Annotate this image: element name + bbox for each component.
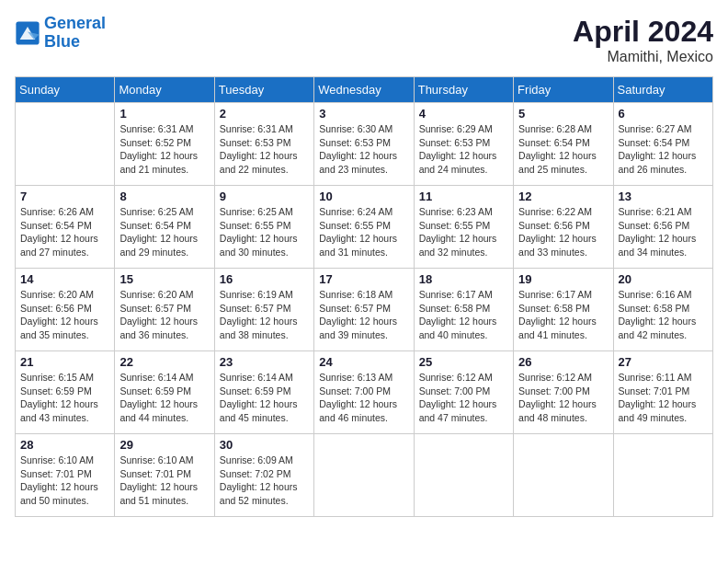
day-number: 3 [319, 107, 408, 121]
week-row-2: 7Sunrise: 6:26 AM Sunset: 6:54 PM Daylig… [16, 186, 713, 269]
calendar-cell: 3Sunrise: 6:30 AM Sunset: 6:53 PM Daylig… [314, 103, 414, 186]
week-row-3: 14Sunrise: 6:20 AM Sunset: 6:56 PM Dayli… [16, 269, 713, 351]
day-info: Sunrise: 6:20 AM Sunset: 6:56 PM Dayligh… [20, 288, 109, 342]
calendar-cell: 22Sunrise: 6:14 AM Sunset: 6:59 PM Dayli… [115, 351, 214, 434]
calendar-cell: 7Sunrise: 6:26 AM Sunset: 6:54 PM Daylig… [16, 186, 115, 269]
calendar-cell: 10Sunrise: 6:24 AM Sunset: 6:55 PM Dayli… [314, 186, 414, 269]
day-info: Sunrise: 6:17 AM Sunset: 6:58 PM Dayligh… [518, 288, 608, 342]
logo-text: General Blue [44, 15, 106, 52]
day-info: Sunrise: 6:14 AM Sunset: 6:59 PM Dayligh… [119, 371, 209, 425]
calendar-cell: 26Sunrise: 6:12 AM Sunset: 7:00 PM Dayli… [514, 351, 613, 434]
calendar-cell: 28Sunrise: 6:10 AM Sunset: 7:01 PM Dayli… [16, 434, 115, 517]
calendar-cell: 14Sunrise: 6:20 AM Sunset: 6:56 PM Dayli… [16, 269, 115, 351]
calendar-cell: 23Sunrise: 6:14 AM Sunset: 6:59 PM Dayli… [214, 351, 313, 434]
day-number: 11 [419, 190, 508, 203]
week-row-1: 1Sunrise: 6:31 AM Sunset: 6:52 PM Daylig… [16, 103, 713, 186]
calendar-cell: 1Sunrise: 6:31 AM Sunset: 6:52 PM Daylig… [115, 103, 214, 186]
day-info: Sunrise: 6:29 AM Sunset: 6:53 PM Dayligh… [419, 122, 508, 177]
day-number: 25 [419, 355, 508, 369]
calendar-cell: 17Sunrise: 6:18 AM Sunset: 6:57 PM Dayli… [314, 269, 414, 351]
logo: General Blue [15, 15, 106, 52]
calendar-cell: 15Sunrise: 6:20 AM Sunset: 6:57 PM Dayli… [115, 269, 214, 351]
day-info: Sunrise: 6:25 AM Sunset: 6:55 PM Dayligh… [220, 205, 309, 259]
day-info: Sunrise: 6:22 AM Sunset: 6:56 PM Dayligh… [518, 205, 608, 259]
location: Mamithi, Mexico [573, 49, 713, 65]
calendar-cell: 29Sunrise: 6:10 AM Sunset: 7:01 PM Dayli… [115, 434, 214, 517]
day-number: 24 [319, 355, 408, 369]
day-number: 16 [220, 272, 309, 286]
day-number: 18 [419, 272, 508, 286]
calendar-cell: 6Sunrise: 6:27 AM Sunset: 6:54 PM Daylig… [613, 103, 712, 186]
weekday-header-monday: Monday [115, 77, 214, 103]
weekday-header-saturday: Saturday [613, 77, 712, 103]
day-number: 5 [518, 107, 608, 121]
day-number: 6 [619, 107, 708, 121]
day-info: Sunrise: 6:31 AM Sunset: 6:52 PM Dayligh… [119, 122, 209, 177]
day-number: 8 [119, 190, 209, 203]
day-info: Sunrise: 6:10 AM Sunset: 7:01 PM Dayligh… [20, 454, 109, 508]
weekday-header-thursday: Thursday [414, 77, 513, 103]
calendar-cell: 25Sunrise: 6:12 AM Sunset: 7:00 PM Dayli… [414, 351, 513, 434]
day-info: Sunrise: 6:13 AM Sunset: 7:00 PM Dayligh… [319, 371, 408, 425]
day-info: Sunrise: 6:23 AM Sunset: 6:55 PM Dayligh… [419, 205, 508, 259]
day-info: Sunrise: 6:25 AM Sunset: 6:54 PM Dayligh… [119, 205, 209, 259]
day-number: 4 [419, 107, 508, 121]
day-info: Sunrise: 6:30 AM Sunset: 6:53 PM Dayligh… [319, 122, 408, 177]
day-info: Sunrise: 6:09 AM Sunset: 7:02 PM Dayligh… [220, 454, 309, 508]
day-number: 1 [119, 107, 209, 121]
calendar-cell: 30Sunrise: 6:09 AM Sunset: 7:02 PM Dayli… [214, 434, 313, 517]
day-info: Sunrise: 6:16 AM Sunset: 6:58 PM Dayligh… [619, 288, 708, 342]
day-info: Sunrise: 6:18 AM Sunset: 6:57 PM Dayligh… [319, 288, 408, 342]
day-info: Sunrise: 6:12 AM Sunset: 7:00 PM Dayligh… [419, 371, 508, 425]
calendar-cell: 2Sunrise: 6:31 AM Sunset: 6:53 PM Daylig… [214, 103, 313, 186]
week-row-4: 21Sunrise: 6:15 AM Sunset: 6:59 PM Dayli… [16, 351, 713, 434]
calendar-cell [16, 103, 115, 186]
title-block: April 2024 Mamithi, Mexico [573, 15, 713, 65]
calendar-cell: 4Sunrise: 6:29 AM Sunset: 6:53 PM Daylig… [414, 103, 513, 186]
calendar-cell [314, 434, 414, 517]
calendar-cell: 12Sunrise: 6:22 AM Sunset: 6:56 PM Dayli… [514, 186, 613, 269]
week-row-5: 28Sunrise: 6:10 AM Sunset: 7:01 PM Dayli… [16, 434, 713, 517]
calendar-cell: 27Sunrise: 6:11 AM Sunset: 7:01 PM Dayli… [613, 351, 712, 434]
calendar-cell: 13Sunrise: 6:21 AM Sunset: 6:56 PM Dayli… [613, 186, 712, 269]
day-info: Sunrise: 6:24 AM Sunset: 6:55 PM Dayligh… [319, 205, 408, 259]
calendar-cell: 9Sunrise: 6:25 AM Sunset: 6:55 PM Daylig… [214, 186, 313, 269]
calendar-cell: 18Sunrise: 6:17 AM Sunset: 6:58 PM Dayli… [414, 269, 513, 351]
weekday-header-row: SundayMondayTuesdayWednesdayThursdayFrid… [16, 77, 713, 103]
day-number: 19 [518, 272, 608, 286]
day-info: Sunrise: 6:20 AM Sunset: 6:57 PM Dayligh… [119, 288, 209, 342]
day-number: 13 [619, 190, 708, 203]
day-number: 14 [20, 272, 109, 286]
day-number: 29 [119, 438, 209, 452]
calendar-cell [613, 434, 712, 517]
calendar-cell: 21Sunrise: 6:15 AM Sunset: 6:59 PM Dayli… [16, 351, 115, 434]
calendar-cell [514, 434, 613, 517]
calendar-cell: 16Sunrise: 6:19 AM Sunset: 6:57 PM Dayli… [214, 269, 313, 351]
logo-icon [15, 20, 40, 46]
day-info: Sunrise: 6:11 AM Sunset: 7:01 PM Dayligh… [619, 371, 708, 425]
day-number: 10 [319, 190, 408, 203]
month-year: April 2024 [573, 15, 713, 49]
day-info: Sunrise: 6:26 AM Sunset: 6:54 PM Dayligh… [20, 205, 109, 259]
calendar-cell: 8Sunrise: 6:25 AM Sunset: 6:54 PM Daylig… [115, 186, 214, 269]
day-number: 26 [518, 355, 608, 369]
weekday-header-sunday: Sunday [16, 77, 115, 103]
weekday-header-tuesday: Tuesday [214, 77, 313, 103]
day-number: 23 [220, 355, 309, 369]
page-header: General Blue April 2024 Mamithi, Mexico [15, 15, 713, 65]
day-info: Sunrise: 6:19 AM Sunset: 6:57 PM Dayligh… [220, 288, 309, 342]
day-info: Sunrise: 6:12 AM Sunset: 7:00 PM Dayligh… [518, 371, 608, 425]
weekday-header-wednesday: Wednesday [314, 77, 414, 103]
day-info: Sunrise: 6:14 AM Sunset: 6:59 PM Dayligh… [220, 371, 309, 425]
calendar-cell: 24Sunrise: 6:13 AM Sunset: 7:00 PM Dayli… [314, 351, 414, 434]
day-number: 30 [220, 438, 309, 452]
day-info: Sunrise: 6:28 AM Sunset: 6:54 PM Dayligh… [518, 122, 608, 177]
calendar-table: SundayMondayTuesdayWednesdayThursdayFrid… [15, 76, 713, 517]
day-info: Sunrise: 6:10 AM Sunset: 7:01 PM Dayligh… [119, 454, 209, 508]
calendar-cell: 19Sunrise: 6:17 AM Sunset: 6:58 PM Dayli… [514, 269, 613, 351]
day-number: 20 [619, 272, 708, 286]
day-info: Sunrise: 6:27 AM Sunset: 6:54 PM Dayligh… [619, 122, 708, 177]
calendar-cell: 20Sunrise: 6:16 AM Sunset: 6:58 PM Dayli… [613, 269, 712, 351]
day-number: 17 [319, 272, 408, 286]
day-number: 27 [619, 355, 708, 369]
